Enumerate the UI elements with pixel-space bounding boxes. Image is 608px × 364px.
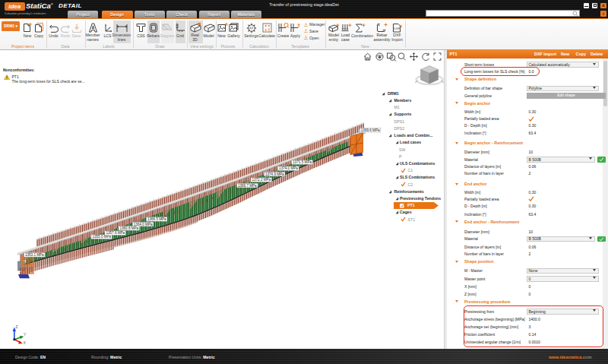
svg-text:1369.6 MPa: 1369.6 MPa	[361, 128, 380, 132]
svg-text:1374.0 MPa: 1374.0 MPa	[279, 166, 298, 170]
svg-text:1369.7 MPa: 1369.7 MPa	[238, 184, 257, 188]
svg-text:Y: Y	[24, 332, 27, 337]
svg-text:1355.0 MPa: 1355.0 MPa	[92, 235, 111, 239]
svg-text:1372.2 MPa: 1372.2 MPa	[252, 178, 271, 182]
svg-text:1360.8 MPa: 1360.8 MPa	[119, 226, 138, 230]
svg-text:1364.0 MPa: 1364.0 MPa	[134, 223, 153, 226]
svg-text:DXF: DXF	[394, 27, 401, 30]
svg-text:1357.6 MPa: 1357.6 MPa	[106, 231, 125, 235]
svg-text:X: X	[24, 340, 27, 345]
svg-text:1374.9 MPa: 1374.9 MPa	[265, 173, 284, 176]
svg-text:1371.5 MPa: 1371.5 MPa	[293, 160, 312, 164]
svg-text:1366.5 MPa: 1366.5 MPa	[147, 217, 166, 221]
svg-text:Z: Z	[16, 324, 18, 329]
svg-text:1353.1 MPa: 1353.1 MPa	[25, 253, 44, 257]
